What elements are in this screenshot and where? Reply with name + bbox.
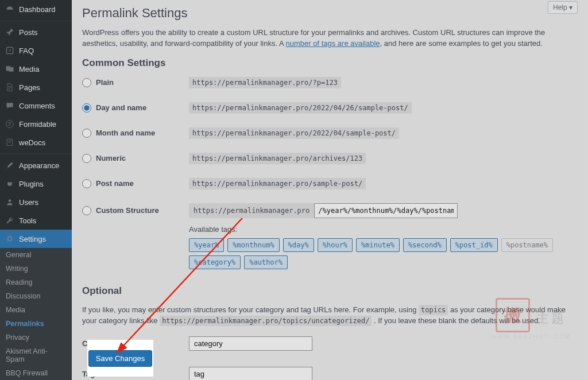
sidebar-item-plugins[interactable]: Plugins (0, 175, 72, 193)
radio-numeric[interactable] (82, 154, 91, 163)
admin-sidebar: DashboardPosts?FAQMediaPagesCommentsForm… (0, 0, 72, 380)
sidebar-sub-item-media[interactable]: Media (0, 303, 72, 317)
sidebar-sub-item-privacy[interactable]: Privacy (0, 331, 72, 344)
tag-button-day[interactable]: %day% (283, 238, 314, 252)
sidebar-item-formidable[interactable]: Formidable (0, 115, 72, 133)
sidebar-item-label: Media (19, 65, 39, 73)
sidebar-item-faq[interactable]: ?FAQ (0, 41, 72, 60)
custom-structure-input[interactable] (314, 203, 458, 218)
sidebar-item-label: Users (19, 198, 38, 207)
gear-icon (5, 234, 15, 244)
permalink-option-row: Post namehttps://permalinkmanager.pro/sa… (82, 178, 578, 189)
wedocs-icon (5, 137, 15, 148)
radio-post-name[interactable] (82, 179, 91, 188)
permalink-option-row: Numerichttps://permalinkmanager.pro/arch… (82, 153, 578, 164)
sidebar-item-label: Pages (19, 83, 40, 92)
permalink-option-row: Plainhttps://permalinkmanager.pro/?p=123 (82, 77, 578, 88)
tag-button-author[interactable]: %author% (244, 255, 288, 269)
tag-button-category[interactable]: %category% (189, 255, 241, 269)
sidebar-sub-item-writing[interactable]: Writing (0, 262, 72, 276)
sidebar-item-comments[interactable]: Comments (0, 96, 72, 115)
faq-icon: ? (5, 45, 15, 56)
permalink-example: https://permalinkmanager.pro/archives/12… (189, 153, 366, 164)
permalink-example: https://permalinkmanager.pro/2022/04/sam… (189, 127, 399, 139)
comment-icon (5, 100, 15, 111)
tag-button-monthnum[interactable]: %monthnum% (227, 238, 279, 252)
optional-heading: Optional (82, 285, 578, 297)
permalink-option-label: Numeric (96, 154, 126, 162)
sidebar-item-label: Comments (19, 102, 55, 110)
custom-structure-label: Custom Structure (96, 206, 159, 215)
sidebar-item-label: Tools (19, 216, 36, 225)
tag-button-minute[interactable]: %minute% (356, 238, 400, 252)
pages-icon (5, 82, 15, 92)
sidebar-item-label: Posts (19, 28, 38, 37)
permalink-example: https://permalinkmanager.pro/2022/04/26/… (189, 102, 412, 114)
available-tags-label: Available tags: (189, 225, 578, 234)
save-changes-button[interactable]: Save Changes (88, 350, 152, 367)
form-icon (5, 119, 15, 129)
svg-point-3 (9, 199, 11, 202)
help-button[interactable]: Help ▾ (548, 1, 578, 14)
permalink-option-label: Plain (96, 78, 114, 87)
permalink-option-label: Month and name (96, 129, 155, 137)
sidebar-item-label: Appearance (19, 161, 59, 170)
radio-custom-structure[interactable] (82, 206, 91, 215)
sidebar-sub-item-permalinks[interactable]: Permalinks (0, 317, 72, 331)
category-base-input[interactable] (189, 336, 312, 351)
radio-plain[interactable] (82, 78, 91, 87)
tag-button-second[interactable]: %second% (403, 238, 447, 252)
sidebar-item-label: FAQ (19, 46, 34, 55)
tag-button-post_id[interactable]: %post_id% (450, 238, 498, 252)
permalink-option-label: Day and name (96, 103, 146, 112)
sidebar-item-label: Plugins (19, 180, 44, 188)
sidebar-item-users[interactable]: Users (0, 193, 72, 211)
page-title: Permalink Settings (82, 0, 578, 24)
sidebar-sub-item-akismet-anti-spam[interactable]: Akismet Anti-Spam (0, 344, 72, 366)
sidebar-sub-item-general[interactable]: General (0, 248, 72, 262)
tag-button-year[interactable]: %year% (189, 238, 224, 252)
wrench-icon (5, 215, 15, 226)
intro-text: WordPress offers you the ability to crea… (82, 28, 578, 49)
sidebar-item-settings[interactable]: Settings (0, 230, 72, 248)
sidebar-item-dashboard[interactable]: Dashboard (0, 0, 72, 18)
dashboard-icon (5, 4, 15, 14)
tag-button-postname[interactable]: %postname% (501, 238, 553, 252)
sidebar-item-wedocs[interactable]: weDocs (0, 133, 72, 152)
sidebar-sub-item-reading[interactable]: Reading (0, 276, 72, 289)
custom-prefix: https://permalinkmanager.pro (189, 203, 314, 218)
save-highlight-region: Save Changes (87, 340, 153, 377)
tag-base-input[interactable] (189, 367, 312, 380)
permalink-option-row: Month and namehttps://permalinkmanager.p… (82, 127, 578, 139)
radio-day-and-name[interactable] (82, 103, 91, 113)
tags-available-link[interactable]: number of tags are available (286, 39, 380, 48)
sidebar-item-label: weDocs (19, 138, 45, 147)
media-icon (5, 64, 15, 74)
sidebar-item-media[interactable]: Media (0, 60, 72, 78)
pin-icon (5, 27, 15, 37)
user-icon (5, 197, 15, 207)
radio-month-and-name[interactable] (82, 129, 91, 138)
sidebar-item-tools[interactable]: Tools (0, 211, 72, 230)
sidebar-item-label: Formidable (19, 120, 56, 129)
sidebar-item-pages[interactable]: Pages (0, 78, 72, 96)
main-content: Help ▾ Permalink Settings WordPress offe… (72, 0, 588, 380)
permalink-option-row: Day and namehttps://permalinkmanager.pro… (82, 102, 578, 114)
permalink-example: https://permalinkmanager.pro/sample-post… (189, 178, 366, 189)
svg-text:?: ? (9, 48, 11, 53)
permalink-example: https://permalinkmanager.pro/?p=123 (189, 77, 341, 88)
tag-button-hour[interactable]: %hour% (318, 238, 353, 252)
plugin-icon (5, 179, 15, 189)
sidebar-item-posts[interactable]: Posts (0, 21, 72, 41)
sidebar-item-appearance[interactable]: Appearance (0, 154, 72, 175)
common-settings-heading: Common Settings (82, 57, 578, 69)
sidebar-item-label: Settings (19, 235, 46, 243)
brush-icon (5, 160, 15, 170)
sidebar-sub-item-bbq-firewall[interactable]: BBQ Firewall (0, 366, 72, 380)
optional-description: If you like, you may enter custom struct… (82, 305, 578, 327)
permalink-option-label: Post name (96, 179, 134, 188)
sidebar-item-label: Dashboard (19, 5, 56, 14)
sidebar-sub-item-discussion[interactable]: Discussion (0, 289, 72, 303)
